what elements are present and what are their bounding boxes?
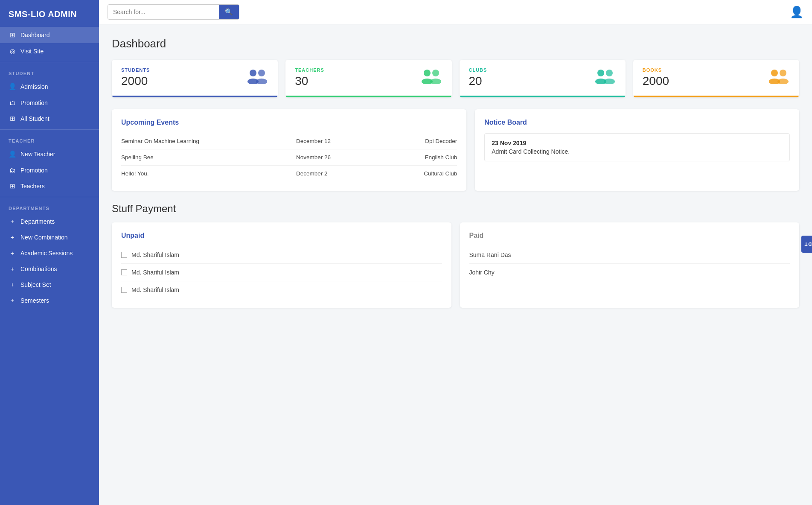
sidebar-main-nav: ⊞ Dashboard ◎ Visit Site xyxy=(0,27,99,59)
topbar: 🔍 👤 xyxy=(99,0,812,24)
svg-point-1 xyxy=(258,70,265,76)
paid-card: Paid Suma Rani DasJohir Chy xyxy=(460,222,800,308)
notice-text: Admit Card Collecting Notice. xyxy=(492,148,783,155)
stuff-payment-title: Stuff Payment xyxy=(112,203,799,215)
sidebar-item-all-student[interactable]: ⊞ All Student xyxy=(0,111,99,127)
side-tab[interactable]: DDDT xyxy=(802,236,812,253)
sidebar-item-label: Admission xyxy=(20,83,48,90)
svg-point-0 xyxy=(250,70,256,76)
list-item: Md. Shariful Islam xyxy=(121,281,442,298)
event-name: Hello! You. xyxy=(121,166,293,182)
sidebar-item-label: Academic Sessions xyxy=(20,250,73,257)
svg-point-4 xyxy=(424,70,431,76)
globe-icon: ◎ xyxy=(9,47,16,55)
svg-point-5 xyxy=(432,70,439,76)
sidebar-item-label: All Student xyxy=(20,115,49,122)
user-icon[interactable]: 👤 xyxy=(790,6,803,19)
list-item: Md. Shariful Islam xyxy=(121,246,442,264)
stat-value-books: 2000 xyxy=(643,74,669,88)
person-name: Md. Shariful Islam xyxy=(131,251,179,258)
stat-card-books: BOOKS 2000 xyxy=(633,60,799,97)
stats-row: STUDENTS 2000 xyxy=(112,60,799,97)
app-logo: SMS-LIO ADMIN xyxy=(0,0,99,27)
paid-title: Paid xyxy=(469,232,790,239)
sidebar-item-dashboard[interactable]: ⊞ Dashboard xyxy=(0,27,99,43)
upcoming-events-card: Upcoming Events Seminar On Machine Learn… xyxy=(112,109,466,191)
checkbox[interactable] xyxy=(121,252,127,258)
stat-value-clubs: 20 xyxy=(469,74,487,88)
event-date: November 26 xyxy=(293,149,380,166)
checkbox[interactable] xyxy=(121,269,127,275)
person-icon: 👤 xyxy=(9,83,16,90)
stat-label-teachers: TEACHERS xyxy=(295,67,324,73)
sidebar-item-label: Combinations xyxy=(20,266,57,272)
events-table: Seminar On Machine Learning December 12 … xyxy=(121,133,457,181)
table-row: Hello! You. December 2 Cultural Club xyxy=(121,166,457,182)
plus-icon: + xyxy=(9,249,16,257)
plus-icon: + xyxy=(9,297,16,304)
page-title: Dashboard xyxy=(112,37,799,50)
svg-point-11 xyxy=(604,79,615,84)
payment-row: Unpaid Md. Shariful Islam Md. Shariful I… xyxy=(112,222,799,308)
students-icon xyxy=(246,68,268,88)
sidebar-item-teacher-promotion[interactable]: 🗂 Promotion xyxy=(0,162,99,178)
list-icon: ⊞ xyxy=(9,115,16,123)
search-icon: 🔍 xyxy=(225,8,233,15)
search-wrapper: 🔍 xyxy=(108,4,239,20)
main-area: 🔍 👤 Dashboard STUDENTS 2000 xyxy=(99,0,812,505)
search-input[interactable] xyxy=(108,6,219,18)
list-item: Suma Rani Das xyxy=(469,246,790,264)
events-title: Upcoming Events xyxy=(121,119,457,126)
sidebar-item-new-teacher[interactable]: 👤 New Teacher xyxy=(0,146,99,162)
stat-card-teachers: TEACHERS 30 xyxy=(285,60,451,97)
stat-value-students: 2000 xyxy=(121,74,150,88)
person-name: Md. Shariful Islam xyxy=(131,269,179,276)
event-date: December 12 xyxy=(293,133,380,149)
paid-list: Suma Rani DasJohir Chy xyxy=(469,246,790,281)
teachers-icon xyxy=(420,68,442,88)
search-button[interactable]: 🔍 xyxy=(219,5,239,19)
sidebar-item-new-combination[interactable]: + New Combination xyxy=(0,229,99,245)
unpaid-list: Md. Shariful Islam Md. Shariful Islam Md… xyxy=(121,246,442,298)
plus-icon: + xyxy=(9,281,16,288)
teacher-section-label: TEACHER xyxy=(0,132,99,146)
sidebar-item-admission[interactable]: 👤 Admission xyxy=(0,79,99,95)
stat-value-teachers: 30 xyxy=(295,74,324,88)
sidebar-item-label: Dashboard xyxy=(20,32,50,38)
sidebar-item-teachers[interactable]: ⊞ Teachers xyxy=(0,178,99,194)
sidebar-item-departments[interactable]: + Departments xyxy=(0,213,99,229)
sidebar-item-academic-sessions[interactable]: + Academic Sessions xyxy=(0,245,99,261)
dashboard-icon: ⊞ xyxy=(9,31,16,39)
event-venue: Dpi Decoder xyxy=(380,133,457,149)
sidebar: SMS-LIO ADMIN ⊞ Dashboard ◎ Visit Site S… xyxy=(0,0,99,505)
grid-icon: 🗂 xyxy=(9,99,16,106)
sidebar-item-label: Visit Site xyxy=(20,48,44,55)
svg-point-9 xyxy=(606,70,613,76)
clubs-icon xyxy=(594,68,616,88)
sidebar-item-semesters[interactable]: + Semesters xyxy=(0,292,99,308)
unpaid-title: Unpaid xyxy=(121,232,442,239)
stat-label-students: STUDENTS xyxy=(121,67,150,73)
person-name: Johir Chy xyxy=(469,269,495,276)
notice-board-title: Notice Board xyxy=(484,119,790,126)
sidebar-item-student-promotion[interactable]: 🗂 Promotion xyxy=(0,95,99,111)
plus-icon: + xyxy=(9,265,16,272)
svg-point-7 xyxy=(430,79,441,84)
student-section-label: STUDENT xyxy=(0,65,99,79)
sidebar-item-label: Departments xyxy=(20,218,55,225)
sidebar-item-combinations[interactable]: + Combinations xyxy=(0,261,99,277)
sidebar-item-label: New Teacher xyxy=(20,151,55,158)
checkbox[interactable] xyxy=(121,287,127,293)
event-name: Seminar On Machine Learning xyxy=(121,133,293,149)
stat-label-clubs: CLUBS xyxy=(469,67,487,73)
stat-card-students: STUDENTS 2000 xyxy=(112,60,278,97)
topbar-right: 👤 xyxy=(790,6,803,19)
svg-point-3 xyxy=(256,79,267,84)
person-icon: 👤 xyxy=(9,150,16,158)
stuff-payment-section: Stuff Payment Unpaid Md. Shariful Islam … xyxy=(112,203,799,308)
sidebar-item-subject-set[interactable]: + Subject Set xyxy=(0,277,99,292)
unpaid-card: Unpaid Md. Shariful Islam Md. Shariful I… xyxy=(112,222,451,308)
plus-icon: + xyxy=(9,218,16,225)
sidebar-item-visit-site[interactable]: ◎ Visit Site xyxy=(0,43,99,59)
list-item: Johir Chy xyxy=(469,264,790,281)
